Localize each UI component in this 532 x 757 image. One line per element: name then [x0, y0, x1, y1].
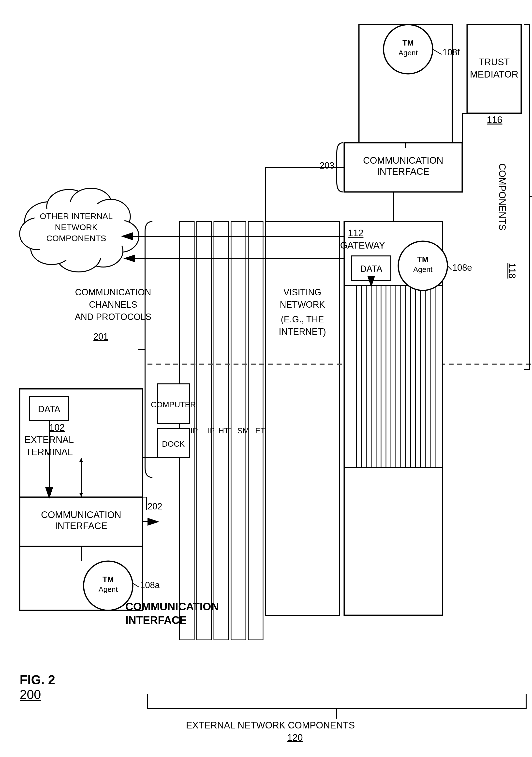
svg-text:COMMUNICATION: COMMUNICATION [75, 287, 151, 297]
svg-marker-132 [79, 458, 83, 462]
svg-point-5 [84, 235, 123, 267]
svg-text:TM: TM [102, 575, 114, 584]
svg-text:INTERFACE: INTERFACE [126, 614, 186, 626]
svg-text:GATEWAY: GATEWAY [340, 240, 385, 251]
svg-rect-71 [359, 25, 452, 148]
svg-text:112: 112 [348, 228, 363, 238]
svg-text:CHANNELS: CHANNELS [89, 299, 137, 310]
svg-text:COMMUNICATION: COMMUNICATION [41, 510, 122, 520]
svg-text:OTHER INTERNAL: OTHER INTERNAL [40, 211, 113, 221]
svg-point-65 [398, 241, 447, 290]
svg-rect-27 [248, 222, 263, 640]
svg-text:TM: TM [403, 38, 414, 47]
svg-text:COMPUTER: COMPUTER [151, 400, 196, 409]
svg-text:201: 201 [94, 331, 108, 342]
svg-text:HTTP: HTTP [218, 426, 239, 435]
svg-text:TM: TM [417, 255, 429, 264]
svg-line-69 [447, 266, 451, 270]
svg-text:IP: IP [190, 426, 198, 435]
svg-point-4 [102, 220, 139, 252]
svg-text:200: 200 [20, 687, 41, 702]
svg-rect-29 [180, 222, 194, 640]
svg-text:IP: IP [208, 426, 215, 435]
svg-text:Agent: Agent [399, 49, 418, 57]
svg-text:NETWORK: NETWORK [55, 223, 98, 232]
svg-text:202: 202 [148, 501, 162, 511]
svg-text:DATA: DATA [38, 404, 61, 414]
svg-point-0 [25, 202, 74, 241]
svg-text:108e: 108e [452, 262, 472, 273]
svg-rect-44 [351, 256, 391, 281]
diagram-svg: DATA COMMUNICATION INTERFACE 202 IP HTTP… [0, 0, 532, 757]
svg-point-7 [31, 232, 72, 264]
svg-rect-25 [231, 222, 246, 640]
svg-text:SECURITY: SECURITY [355, 156, 402, 167]
svg-line-115 [133, 583, 139, 587]
svg-text:ETC: ETC [255, 426, 271, 435]
svg-text:VISITING: VISITING [283, 287, 321, 297]
svg-point-8 [20, 218, 57, 250]
svg-rect-11 [30, 396, 69, 421]
svg-text:INTERFACE: INTERFACE [377, 167, 429, 177]
svg-text:COMMUNICATION: COMMUNICATION [126, 600, 219, 613]
svg-text:EXTERNAL NETWORK COMPONENTS: EXTERNAL NETWORK COMPONENTS [186, 720, 355, 730]
svg-text:SERVICES: SERVICES [355, 167, 402, 178]
svg-text:114: 114 [359, 144, 375, 155]
svg-text:DATA: DATA [360, 264, 382, 274]
svg-text:102: 102 [49, 422, 65, 433]
svg-text:FIG. 2: FIG. 2 [20, 673, 55, 687]
svg-text:MEDIATOR: MEDIATOR [470, 69, 518, 79]
svg-text:108a: 108a [140, 580, 160, 590]
svg-rect-31 [157, 384, 189, 423]
svg-text:118: 118 [507, 263, 517, 278]
svg-text:NETWORK: NETWORK [280, 299, 325, 310]
svg-point-2 [70, 188, 112, 220]
svg-point-6 [57, 240, 101, 272]
svg-rect-23 [214, 222, 229, 640]
svg-text:COMMUNICATION: COMMUNICATION [363, 155, 443, 166]
svg-text:116: 116 [487, 115, 502, 125]
diagram-container: DATA COMMUNICATION INTERFACE 202 IP HTTP… [0, 0, 532, 757]
svg-text:203: 203 [320, 161, 334, 170]
svg-rect-21 [197, 222, 211, 640]
svg-point-75 [383, 25, 433, 74]
svg-rect-41 [344, 222, 442, 615]
svg-line-79 [433, 49, 441, 54]
cloud-shape [20, 188, 139, 272]
svg-point-9 [30, 202, 128, 261]
svg-point-111 [84, 561, 133, 610]
svg-text:(E.G., THE: (E.G., THE [281, 314, 324, 324]
svg-text:108f: 108f [442, 47, 460, 57]
svg-rect-35 [266, 222, 339, 615]
svg-text:INTERFACE: INTERFACE [55, 521, 107, 531]
svg-text:DOCK: DOCK [162, 439, 184, 448]
svg-text:INTERNET): INTERNET) [279, 327, 326, 337]
svg-rect-10 [20, 389, 143, 610]
svg-text:SMS: SMS [237, 426, 254, 435]
svg-point-1 [47, 190, 91, 224]
svg-rect-13 [20, 497, 143, 546]
svg-text:120: 120 [287, 732, 303, 743]
svg-point-3 [91, 199, 130, 234]
svg-rect-81 [467, 25, 521, 113]
svg-text:EXTERNAL: EXTERNAL [25, 435, 74, 445]
svg-text:AND PROTOCOLS: AND PROTOCOLS [75, 312, 151, 322]
svg-text:Agent: Agent [98, 585, 118, 593]
svg-text:TRUST: TRUST [479, 57, 510, 67]
svg-text:COMPONENTS: COMPONENTS [46, 233, 106, 243]
svg-rect-33 [157, 428, 189, 458]
svg-marker-133 [79, 493, 83, 497]
svg-rect-85 [344, 143, 462, 192]
svg-text:COMPONENTS: COMPONENTS [497, 164, 507, 230]
svg-text:Agent: Agent [413, 265, 433, 273]
svg-text:TERMINAL: TERMINAL [26, 447, 73, 457]
